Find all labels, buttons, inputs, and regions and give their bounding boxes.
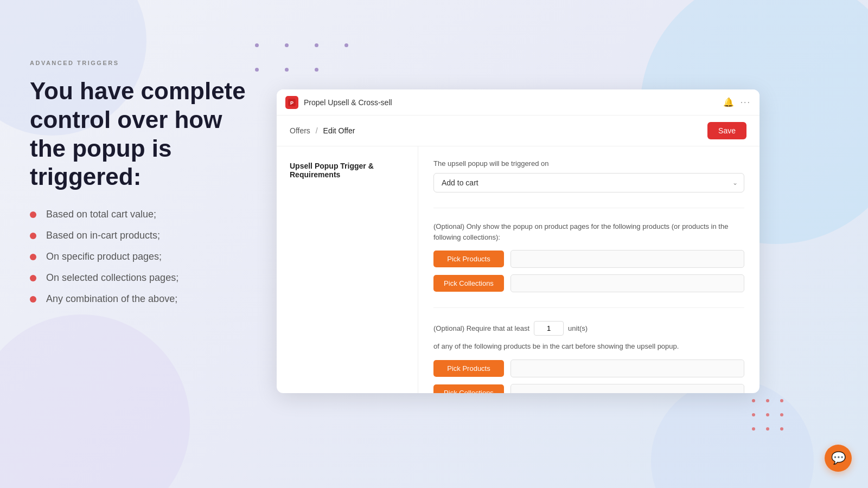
bullet-dot [30,254,36,260]
chat-button[interactable]: 💬 [825,445,852,472]
pick-products-input-2[interactable] [510,359,744,377]
breadcrumb-offers-link[interactable]: Offers [290,126,310,135]
breadcrumb: Offers / Edit Offer [290,126,355,135]
list-item: Any combination of the above; [30,293,258,305]
breadcrumb-current: Edit Offer [323,126,355,135]
app-window: P Propel Upsell & Cross-sell 🔔 ··· Offer… [277,89,760,393]
main-heading: You have complete control over how the p… [30,77,258,191]
pick-collections-input-1[interactable] [510,274,744,292]
content-right: The upsell popup will be triggered on Ad… [418,146,760,393]
trigger-section: The upsell popup will be triggered on Ad… [433,159,744,192]
title-bar-left: P Propel Upsell & Cross-sell [285,96,392,109]
pick-collections-input-2[interactable] [510,384,744,394]
bullet-dot [30,275,36,281]
dots-top2 [255,68,318,72]
optional2-prefix: (Optional) Require that at least [433,324,529,332]
bullet-dot [30,296,36,303]
content-left: Upsell Popup Trigger & Requirements [277,146,418,393]
list-item: On specific product pages; [30,251,258,262]
list-item: Based on in-cart products; [30,230,258,241]
chat-icon: 💬 [831,451,846,465]
svg-text:P: P [290,100,293,106]
pick-products-button-1[interactable]: Pick Products [433,251,504,267]
bullet-dot [30,211,36,218]
divider-2 [433,307,744,308]
trigger-select-wrapper: Add to cart Page load Exit intent Time o… [433,173,744,192]
breadcrumb-separator: / [316,126,318,135]
trigger-label: The upsell popup will be triggered on [433,159,744,168]
pick-collections-row-2: Pick Collections [433,384,744,394]
save-button[interactable]: Save [707,122,746,139]
title-bar: P Propel Upsell & Cross-sell 🔔 ··· [277,89,760,115]
app-title: Propel Upsell & Cross-sell [304,98,392,107]
left-panel: ADVANCED TRIGGERS You have complete cont… [30,60,258,305]
title-bar-right: 🔔 ··· [723,97,751,107]
optional-section-1: (Optional) Only show the popup on produc… [433,221,744,292]
more-options-icon[interactable]: ··· [741,98,751,107]
dots-bottom-right [752,399,787,434]
top-bar: Offers / Edit Offer Save [277,115,760,146]
bullet-dot [30,233,36,239]
pick-products-row-1: Pick Products [433,250,744,268]
bullet-list: Based on total cart value; Based on in-c… [30,209,258,305]
optional-text-1: (Optional) Only show the popup on produc… [433,221,744,242]
content-area: Upsell Popup Trigger & Requirements The … [277,146,760,393]
app-icon: P [285,96,298,109]
optional-section-2: (Optional) Require that at least unit(s)… [433,321,744,393]
section-title: Upsell Popup Trigger & Requirements [290,162,405,179]
pick-collections-row-1: Pick Collections [433,274,744,292]
optional-text-2: of any of the following products be in t… [433,341,744,352]
pick-products-input-1[interactable] [510,250,744,268]
pick-products-row-2: Pick Products [433,359,744,377]
trigger-select[interactable]: Add to cart Page load Exit intent Time o… [433,173,744,192]
list-item: On selected collections pages; [30,272,258,284]
dots-top [255,43,348,47]
bell-icon[interactable]: 🔔 [723,97,734,107]
pick-collections-button-1[interactable]: Pick Collections [433,275,504,292]
quantity-input[interactable] [534,321,564,336]
require-row: (Optional) Require that at least unit(s) [433,321,744,336]
advanced-triggers-label: ADVANCED TRIGGERS [30,60,258,66]
divider [433,208,744,208]
list-item: Based on total cart value; [30,209,258,220]
pick-products-button-2[interactable]: Pick Products [433,360,504,377]
unit-label: unit(s) [568,324,588,332]
pick-collections-button-2[interactable]: Pick Collections [433,384,504,394]
